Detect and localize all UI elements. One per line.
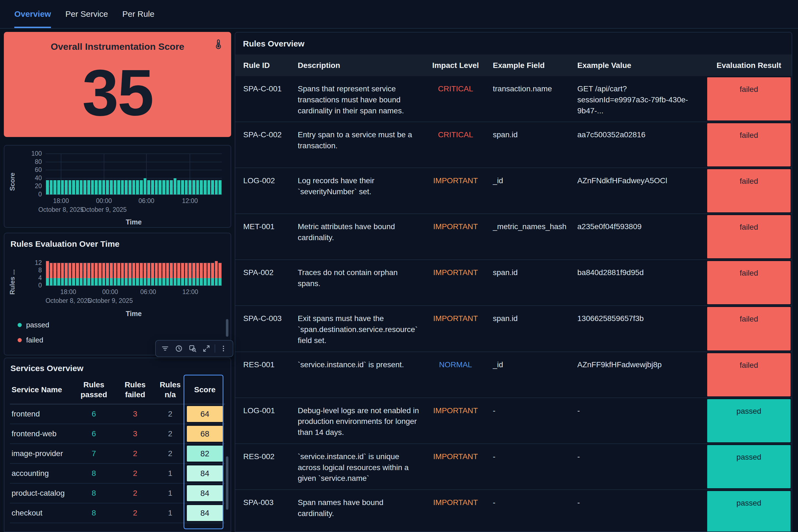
result-badge: passed [707, 445, 791, 488]
stacked-bar [65, 263, 68, 286]
legend-dot-failed [18, 338, 22, 342]
stacked-bar [69, 263, 72, 286]
tab-overview[interactable]: Overview [14, 0, 51, 28]
bar-segment-passed [159, 278, 162, 286]
services-scrollbar-thumb[interactable] [226, 456, 228, 510]
rule-id: SPA-C-003 [235, 306, 290, 351]
filter-icon[interactable] [160, 343, 171, 354]
rule-row[interactable]: SPA-C-001Spans that represent service tr… [235, 76, 792, 122]
bar [185, 180, 188, 194]
bar [46, 180, 49, 194]
example-field: _id [485, 352, 569, 398]
bar-segment-failed [155, 263, 158, 278]
rule-row[interactable]: SPA-002Traces do not contain orphan span… [235, 260, 792, 306]
tab-per-service[interactable]: Per Service [65, 0, 108, 28]
bar-segment-failed [114, 263, 117, 278]
example-value: 1306625859657f3b [569, 306, 706, 351]
y-axis-tick: 0 [24, 282, 42, 289]
bar-segment-passed [98, 278, 101, 286]
service-name: image-provider [10, 449, 73, 458]
rule-row[interactable]: RES-001`service.instance.id` is present.… [235, 352, 792, 398]
services-overview-title: Services Overview [11, 364, 83, 373]
service-row[interactable]: frontend63264 [10, 404, 225, 424]
bar-segment-passed [174, 278, 177, 286]
y-axis-tick: 100 [24, 150, 42, 157]
rule-row[interactable]: LOG-001Debug-level logs are not enabled … [235, 398, 792, 444]
rule-id: SPA-002 [235, 260, 290, 305]
bar-segment-failed [200, 263, 203, 278]
column-header-evaluation-result: Evaluation Result [706, 61, 792, 70]
bar-segment-failed [121, 263, 124, 278]
x-axis-tick: 00:00 [102, 288, 118, 296]
stacked-bar [207, 263, 210, 286]
stacked-bar [121, 263, 124, 286]
example-value: - [569, 444, 706, 489]
bar [129, 180, 132, 194]
bar [50, 180, 53, 194]
rules-na-count: 2 [156, 430, 185, 438]
bar [83, 180, 87, 194]
impact-level: IMPORTANT [426, 168, 485, 213]
stacked-bar [192, 263, 196, 286]
service-row[interactable]: accounting82184 [10, 464, 225, 483]
bar [121, 180, 124, 194]
impact-level: CRITICAL [426, 122, 485, 168]
kebab-icon[interactable] [218, 343, 229, 354]
legend-scrollbar-thumb[interactable] [226, 319, 228, 337]
clock-icon[interactable] [173, 343, 184, 354]
service-row[interactable]: frontend-web63268 [10, 424, 225, 444]
rule-row[interactable]: RES-002`service.instance.id` is unique a… [235, 444, 792, 490]
y-axis-tick: 60 [24, 166, 42, 174]
y-axis-tick: 40 [24, 174, 42, 182]
service-row[interactable]: checkout82184 [10, 504, 225, 523]
example-field: - [485, 490, 569, 532]
bar-segment-passed [76, 278, 79, 286]
rule-description: Entry span to a service must be a transa… [290, 122, 426, 168]
service-name: checkout [10, 509, 73, 517]
expand-icon[interactable] [201, 343, 212, 354]
rule-description: Span names have bound cardinality. [290, 490, 426, 532]
rules-na-count: 1 [156, 469, 185, 478]
bar-segment-passed [57, 278, 60, 286]
bar-segment-failed [162, 263, 165, 278]
bar-segment-failed [46, 261, 49, 278]
bar [151, 180, 154, 194]
x-axis-date: October 8, 2025 [45, 297, 91, 305]
service-row[interactable]: image-provider72282 [10, 444, 225, 464]
x-axis-date: October 9, 2025 [88, 297, 133, 305]
service-name: frontend [10, 410, 73, 418]
example-field: _metric_names_hash [485, 214, 569, 260]
evaluation-result-cell: failed [706, 306, 792, 351]
inspect-icon[interactable] [187, 343, 198, 354]
rule-row[interactable]: MET-001Metric attributes have bound card… [235, 214, 792, 260]
bar-segment-failed [125, 263, 128, 278]
legend-item-failed[interactable]: failed [18, 336, 49, 344]
result-badge: failed [707, 123, 791, 167]
stacked-bar [147, 263, 150, 286]
rule-description: Traces do not contain orphan spans. [290, 260, 426, 305]
rule-row[interactable]: SPA-C-002Entry span to a service must be… [235, 122, 792, 168]
bar-segment-passed [50, 278, 53, 286]
rule-description: `service.instance.id` is present. [290, 352, 426, 398]
evaluation-result-cell: failed [706, 168, 792, 213]
example-field: - [485, 444, 569, 489]
legend-item-passed[interactable]: passed [18, 321, 49, 329]
stacked-bar [125, 263, 128, 286]
service-row[interactable]: product-catalog82184 [10, 483, 225, 504]
stacked-bar [166, 263, 169, 286]
rules-failed-count: 2 [114, 449, 156, 458]
rule-row[interactable]: SPA-003Span names have bound cardinality… [235, 490, 792, 532]
stacked-bar [103, 263, 105, 286]
bar-segment-failed [151, 263, 154, 278]
column-header-score: Score [185, 385, 225, 395]
stacked-bar [170, 263, 173, 286]
services-table-body: frontend63264frontend-web63268image-prov… [10, 404, 230, 523]
rule-row[interactable]: LOG-002Log records have their `severityN… [235, 168, 792, 214]
bar-segment-passed [219, 278, 222, 286]
evaluation-result-cell: failed [706, 260, 792, 305]
tab-per-rule[interactable]: Per Rule [122, 0, 154, 28]
rules-na-count: 1 [156, 489, 185, 498]
bar-segment-failed [215, 261, 218, 278]
bar [114, 180, 117, 194]
rule-row[interactable]: SPA-C-003Exit spans must have the `span.… [235, 306, 792, 352]
